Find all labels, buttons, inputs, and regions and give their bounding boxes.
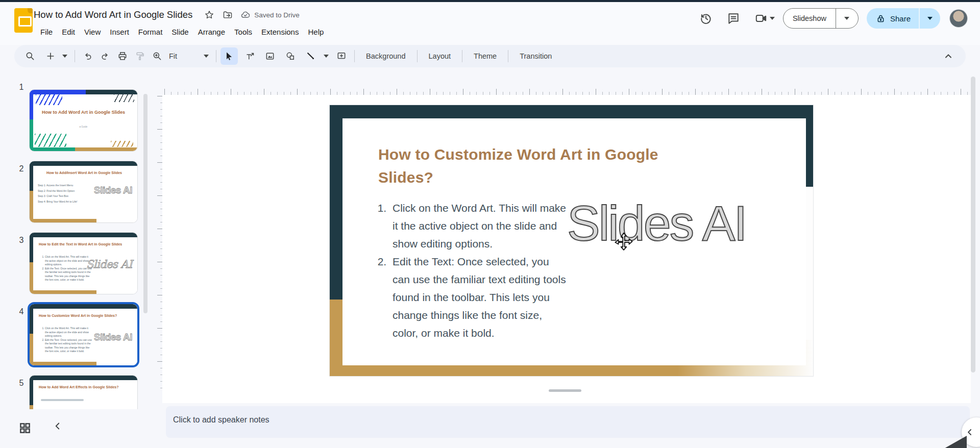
camera-dropdown-caret[interactable] (770, 17, 775, 20)
slide-4-thumbnail-selected[interactable]: How to Customize Word Art in Google Slid… (29, 304, 138, 366)
insert-comment-tool[interactable] (333, 47, 350, 65)
slide-content-card[interactable]: How to Customize Word Art in Google Slid… (342, 118, 806, 365)
insert-shape-tool[interactable] (282, 47, 299, 65)
share-dropdown[interactable] (919, 8, 940, 29)
slide-filmstrip: 1 How to Add Word Art in Google Slides a… (0, 71, 153, 410)
text-box-tool[interactable] (241, 47, 258, 65)
collapse-filmstrip-icon[interactable] (52, 420, 63, 434)
menu-arrange[interactable]: Arrange (193, 26, 230, 38)
thumb-1-title: How to Add Word Art in Google Slides (30, 109, 137, 116)
menu-file[interactable]: File (36, 26, 57, 38)
slide-body-list[interactable]: Click on the Word Art. This will make it… (369, 199, 569, 342)
move-cursor-icon (613, 232, 634, 253)
menu-slide[interactable]: Slide (167, 26, 193, 38)
menu-extensions[interactable]: Extensions (257, 26, 303, 38)
thumb-3-title: How to Edit the Text in Word Art in Goog… (39, 242, 130, 246)
new-slide-button[interactable] (42, 47, 59, 65)
version-history-icon[interactable] (699, 12, 713, 25)
slide-5-number: 5 (15, 379, 28, 388)
slide-5-thumbnail[interactable]: How to Add Word Art Effects in Google Sl… (29, 375, 138, 410)
zoom-select[interactable]: Fit (166, 52, 212, 60)
current-slide[interactable]: How to Customize Word Art in Google Slid… (330, 105, 813, 376)
cloud-check-icon (240, 10, 251, 20)
document-title[interactable]: How to Add Word Art in Google Slides (34, 9, 197, 20)
menu-tools[interactable]: Tools (230, 26, 257, 38)
title-row: How to Add Word Art in Google Slides Sav… (34, 9, 300, 20)
wordart-object[interactable]: Slides AI (567, 195, 746, 252)
move-folder-icon[interactable] (222, 9, 233, 20)
new-slide-dropdown-caret[interactable] (62, 55, 67, 58)
thumb-2-steps: Step 1: Access the Insert Menu Step 2: F… (38, 183, 85, 204)
menu-insert[interactable]: Insert (105, 26, 134, 38)
redo-button[interactable] (96, 47, 114, 65)
thumb-4-title: How to Customize Word Art in Google Slid… (39, 313, 130, 318)
slide-3-number: 3 (15, 236, 28, 245)
zoom-icon[interactable] (149, 47, 166, 65)
saved-status[interactable]: Saved to Drive (240, 10, 300, 20)
undo-button[interactable] (79, 47, 96, 65)
thumb-5-body-placeholder (41, 399, 84, 401)
comments-icon[interactable] (727, 12, 740, 25)
slide-canvas[interactable]: How to Customize Word Art in Google Slid… (162, 95, 971, 403)
insert-line-tool[interactable] (302, 47, 320, 65)
slideshow-label[interactable]: Slideshow (783, 9, 836, 28)
slide-1-thumbnail[interactable]: How to Add Word Art in Google Slides a G… (29, 89, 138, 152)
thumb-4-wordart: Slides AI (94, 332, 132, 343)
slide-list-item-1[interactable]: Click on the Word Art. This will make it… (389, 199, 569, 253)
line-dropdown-caret[interactable] (324, 55, 329, 58)
speaker-notes-panel[interactable]: Click to add speaker notes (166, 406, 970, 438)
transition-button[interactable]: Transition (512, 48, 559, 64)
slideshow-dropdown[interactable] (836, 9, 858, 28)
theme-button[interactable]: Theme (467, 48, 504, 64)
background-button[interactable]: Background (359, 48, 412, 64)
menu-view[interactable]: View (80, 26, 105, 38)
grid-view-icon[interactable] (18, 421, 32, 435)
header: How to Add Word Art in Google Slides Sav… (0, 2, 980, 45)
thumb-4-list: Click on the Word Art. This will make it… (41, 327, 92, 354)
bottom-bar: Click to add speaker notes (0, 409, 980, 448)
thumb-2-wordart: Slides AI (94, 185, 132, 196)
select-tool[interactable] (220, 47, 238, 65)
slide-4-number: 4 (15, 307, 28, 316)
header-actions: Slideshow Share (692, 8, 968, 29)
share-label: Share (890, 14, 911, 23)
paint-format-button[interactable] (131, 47, 149, 65)
slide-3-thumbnail[interactable]: How to Edit the Text in Word Art in Goog… (29, 232, 138, 294)
account-avatar[interactable] (949, 9, 968, 28)
menu-bar: File Edit View Insert Format Slide Arran… (36, 26, 328, 38)
thumb-3-list: Click on the Word Art. This will make it… (41, 255, 92, 282)
thumb-3-wordart: Slides AI (86, 258, 132, 270)
lock-icon (876, 14, 886, 23)
slideshow-button[interactable]: Slideshow (783, 8, 859, 29)
canvas-vertical-scrollbar[interactable] (971, 77, 975, 372)
star-icon[interactable] (204, 9, 215, 20)
thumb-5-title: How to Add Word Art Effects in Google Sl… (39, 385, 130, 389)
menu-format[interactable]: Format (134, 26, 167, 38)
search-menus-icon[interactable] (21, 47, 39, 65)
share-button[interactable]: Share (867, 8, 940, 29)
slide-list-item-2[interactable]: Edit the Text: Once selected, you can us… (389, 253, 569, 342)
meet-camera-icon[interactable] (754, 12, 768, 25)
corner-cursor-artifact (943, 436, 967, 448)
horizontal-ruler (164, 87, 970, 95)
menu-help[interactable]: Help (303, 26, 328, 38)
slide-title-text[interactable]: How to Customize Word Art in Google Slid… (378, 143, 715, 189)
menu-edit[interactable]: Edit (57, 26, 80, 38)
slide-2-thumbnail[interactable]: How to Add/Insert Word Art in Google Sli… (29, 161, 138, 223)
toolbar: Fit Background Layout Theme Transition (14, 45, 966, 67)
slide-1-number: 1 (15, 83, 28, 92)
slide-2-number: 2 (15, 164, 28, 173)
filmstrip-scrollbar[interactable] (143, 94, 148, 313)
collapse-toolbar-icon[interactable] (942, 50, 954, 62)
thumb-2-title: How to Add/Insert Word Art in Google Sli… (39, 170, 130, 175)
speaker-notes-placeholder[interactable]: Click to add speaker notes (173, 415, 270, 425)
google-slides-logo-icon[interactable] (14, 8, 33, 33)
print-button[interactable] (114, 47, 131, 65)
layout-button[interactable]: Layout (422, 48, 458, 64)
horizontal-scroll-indicator[interactable] (549, 389, 581, 392)
thumb-1-subtitle: a Guide (30, 126, 137, 128)
insert-image-tool[interactable] (261, 47, 279, 65)
